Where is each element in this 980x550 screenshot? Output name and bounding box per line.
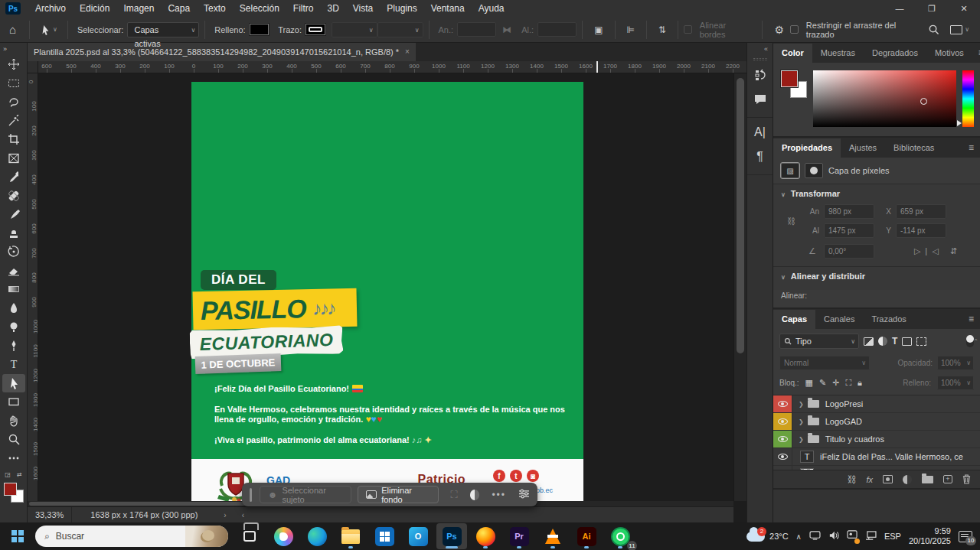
filter-adjustment-icon[interactable] bbox=[878, 337, 887, 346]
layer-row[interactable]: TiFeliz Día del Pas... Valle Hermoso, ce bbox=[773, 448, 980, 466]
accessibility-icon[interactable] bbox=[847, 530, 858, 542]
marquee-tool[interactable] bbox=[2, 74, 25, 93]
tab-close-icon[interactable]: × bbox=[405, 43, 410, 61]
layer-name[interactable]: iFeliz Día del Pas... Valle Hermoso, ce bbox=[820, 452, 963, 461]
tray-overflow-chevron[interactable]: ∧ bbox=[796, 532, 802, 541]
layer-name[interactable]: LogoPresi bbox=[825, 399, 864, 408]
tab-capas[interactable]: Capas bbox=[773, 310, 815, 329]
network-icon[interactable] bbox=[865, 531, 877, 542]
taskbar-app-vlc[interactable] bbox=[537, 523, 568, 549]
layer-name[interactable]: LogoGAD bbox=[825, 417, 862, 426]
gear-icon[interactable]: ⚙ bbox=[774, 24, 784, 36]
stroke-swatch[interactable] bbox=[305, 24, 325, 35]
layer-filter-dropdown[interactable]: Tipo bbox=[779, 334, 859, 349]
panel-menu-icon[interactable]: ≡ bbox=[972, 44, 980, 63]
path-arrangement-icon[interactable]: ⇅ bbox=[658, 24, 666, 35]
gradient-tool[interactable] bbox=[2, 280, 25, 298]
language-indicator[interactable]: ESP bbox=[884, 532, 901, 541]
pixel-layer-icon[interactable]: ▨ bbox=[781, 163, 799, 178]
comments-panel-icon[interactable] bbox=[750, 89, 770, 109]
status-arrow-icon[interactable]: › bbox=[224, 511, 226, 519]
object-selection-tool[interactable] bbox=[2, 112, 25, 130]
taskbar-app-microsoft-store[interactable] bbox=[369, 523, 400, 549]
lasso-tool[interactable] bbox=[2, 93, 25, 111]
blur-tool[interactable] bbox=[2, 299, 25, 317]
horizontal-ruler[interactable]: 6005004003002001000100200300400500600700… bbox=[38, 61, 746, 73]
foreground-color-well[interactable] bbox=[781, 70, 798, 87]
home-icon[interactable]: ⌂ bbox=[9, 23, 16, 36]
adjustment-layer-icon[interactable] bbox=[903, 475, 912, 484]
expand-tools-icon[interactable]: » bbox=[0, 43, 10, 55]
rectangle-tool[interactable] bbox=[2, 392, 25, 411]
edit-toolbar[interactable] bbox=[2, 449, 25, 467]
taskbar-search[interactable]: ⌕ Buscar bbox=[35, 526, 228, 547]
path-alignment-icon[interactable]: ⊫ bbox=[626, 24, 634, 35]
path-selection-tool[interactable] bbox=[2, 374, 25, 392]
more-options-icon[interactable]: ••• bbox=[492, 490, 506, 500]
mask-thumbnail-icon[interactable] bbox=[805, 163, 823, 178]
weather-widget[interactable]: 2 23°C bbox=[746, 532, 789, 542]
add-mask-icon[interactable] bbox=[883, 475, 893, 483]
taskbar-app-edge[interactable] bbox=[302, 523, 332, 549]
clone-stamp-tool[interactable] bbox=[2, 224, 25, 242]
panel-scroll-chevron[interactable]: ⌃ bbox=[973, 338, 978, 345]
adjustments-icon[interactable] bbox=[470, 490, 480, 500]
color-wells[interactable] bbox=[4, 483, 24, 503]
menu-item-capa[interactable]: Capa bbox=[161, 0, 197, 17]
tab-degradados[interactable]: Degradados bbox=[864, 44, 926, 63]
search-highlight-image[interactable] bbox=[185, 526, 228, 547]
layer-style-icon[interactable]: fx bbox=[866, 475, 873, 484]
filter-shape-icon[interactable] bbox=[902, 337, 912, 346]
menu-item-imagen[interactable]: Imagen bbox=[116, 0, 161, 17]
speaker-icon[interactable] bbox=[828, 531, 839, 542]
tab-bibliotecas[interactable]: Bibliotecas bbox=[885, 138, 942, 158]
crop-tool[interactable] bbox=[2, 130, 25, 148]
vertical-scrollbar-thumb[interactable] bbox=[737, 78, 744, 353]
context-bar-drag-handle[interactable] bbox=[250, 488, 252, 502]
photoshop-logo-icon[interactable]: Ps bbox=[5, 2, 21, 15]
color-picker-circle[interactable] bbox=[920, 98, 927, 105]
group-expand-chevron[interactable]: ❯ bbox=[799, 401, 804, 408]
history-brush-tool[interactable] bbox=[2, 242, 25, 261]
taskbar-app-firefox[interactable] bbox=[470, 523, 501, 549]
link-layers-icon[interactable]: ⛓ bbox=[847, 474, 856, 485]
taskbar-app-whatsapp[interactable]: 11 bbox=[605, 523, 635, 549]
taskbar-app-outlook[interactable]: O bbox=[403, 523, 433, 549]
tab-trazados[interactable]: Trazados bbox=[863, 310, 914, 329]
notifications-icon[interactable]: 10 bbox=[959, 531, 972, 542]
hand-tool[interactable] bbox=[2, 412, 25, 430]
lock-position-icon[interactable]: ✛ bbox=[832, 378, 839, 388]
document-tab[interactable]: Plantilla 2025.psd al 33,3% (504664122_5… bbox=[28, 43, 416, 61]
vertical-ruler[interactable]: 0100200300400500600700800900100011001200… bbox=[28, 73, 38, 501]
lock-transparent-icon[interactable]: ▦ bbox=[805, 378, 813, 388]
character-panel-icon[interactable]: A| bbox=[750, 122, 770, 142]
eyedropper-tool[interactable] bbox=[2, 168, 25, 186]
path-operations-icon[interactable]: ▣ bbox=[594, 24, 603, 35]
taskbar-app-premiere[interactable]: Pr bbox=[504, 523, 534, 549]
tab-propiedades[interactable]: Propiedades bbox=[773, 138, 841, 158]
history-panel-icon[interactable] bbox=[750, 65, 770, 85]
menu-item-edicion[interactable]: Edición bbox=[73, 0, 116, 17]
taskbar-app-copilot[interactable] bbox=[268, 523, 299, 549]
menu-item-seleccion[interactable]: Selección bbox=[233, 0, 286, 17]
lock-all-icon[interactable]: 🔒︎ bbox=[858, 378, 862, 388]
layer-visibility-eye-icon[interactable] bbox=[773, 431, 792, 447]
poster-canvas[interactable]: DÍA DEL PASILLO ♪♪♪ ECUATORIANO 1 DE OCT… bbox=[191, 82, 583, 501]
lock-artboard-icon[interactable]: ⛶ bbox=[845, 378, 851, 388]
taskbar-app-illustrator[interactable]: Ai bbox=[571, 523, 602, 549]
tab-canales[interactable]: Canales bbox=[815, 310, 863, 329]
align-section-header[interactable]: ∨Alinear y distribuir bbox=[781, 272, 972, 281]
layer-visibility-eye-icon[interactable] bbox=[773, 395, 792, 412]
constrain-path-checkbox[interactable] bbox=[790, 25, 799, 34]
lock-paint-icon[interactable]: ✎ bbox=[819, 378, 826, 388]
current-tool-dropdown[interactable]: ∨ bbox=[40, 24, 57, 35]
vertical-scrollbar[interactable] bbox=[733, 73, 746, 501]
panel-menu-icon[interactable]: ≡ bbox=[962, 138, 980, 158]
menu-item-ventana[interactable]: Ventana bbox=[424, 0, 472, 17]
eraser-tool[interactable] bbox=[2, 262, 25, 280]
taskbar-app-photoshop[interactable]: Ps bbox=[436, 523, 467, 549]
menu-item-archivo[interactable]: Archivo bbox=[28, 0, 73, 17]
layer-row[interactable]: ❯LogoGAD bbox=[773, 413, 980, 431]
tab-muestras[interactable]: Muestras bbox=[812, 44, 864, 63]
select-mode-dropdown[interactable]: Capas activas bbox=[127, 22, 199, 37]
